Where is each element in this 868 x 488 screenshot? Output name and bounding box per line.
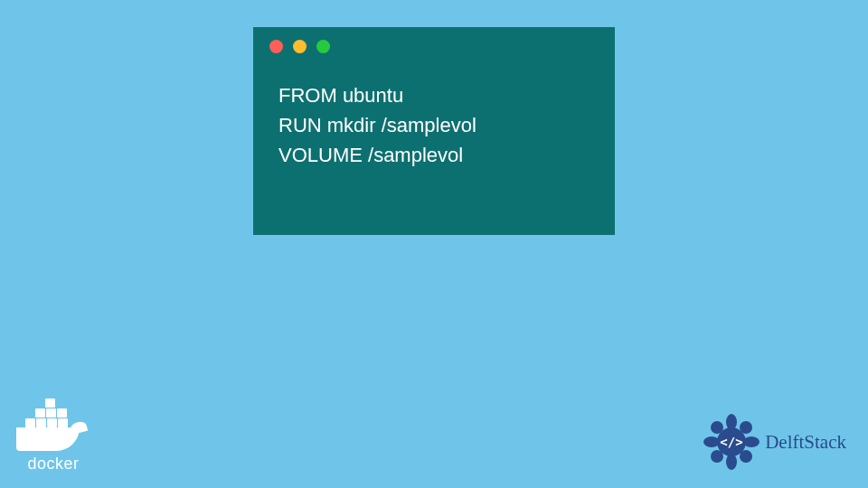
svg-point-2 bbox=[726, 454, 737, 470]
svg-point-7 bbox=[711, 450, 723, 463]
delftstack-logo: </> DelftStack bbox=[703, 414, 846, 470]
code-line: VOLUME /samplevol bbox=[278, 140, 590, 170]
docker-logo: docker bbox=[16, 413, 90, 474]
window-traffic-lights bbox=[253, 27, 615, 53]
delftstack-label: DelftStack bbox=[765, 431, 846, 454]
svg-point-8 bbox=[740, 450, 752, 463]
svg-point-5 bbox=[711, 421, 723, 434]
code-window: FROM ubuntu RUN mkdir /samplevol VOLUME … bbox=[253, 27, 615, 235]
code-content: FROM ubuntu RUN mkdir /samplevol VOLUME … bbox=[253, 53, 615, 170]
delftstack-badge-icon: </> bbox=[703, 414, 760, 470]
svg-point-3 bbox=[703, 436, 720, 447]
code-line: RUN mkdir /samplevol bbox=[278, 110, 590, 140]
maximize-icon bbox=[316, 40, 330, 53]
docker-label: docker bbox=[27, 455, 79, 474]
close-icon bbox=[269, 40, 283, 53]
code-line: FROM ubuntu bbox=[278, 80, 590, 110]
svg-point-1 bbox=[726, 414, 737, 430]
docker-whale-icon bbox=[16, 417, 90, 453]
svg-point-6 bbox=[740, 421, 752, 434]
delftstack-badge-text: </> bbox=[721, 435, 743, 449]
minimize-icon bbox=[293, 40, 307, 53]
svg-point-4 bbox=[743, 436, 760, 447]
